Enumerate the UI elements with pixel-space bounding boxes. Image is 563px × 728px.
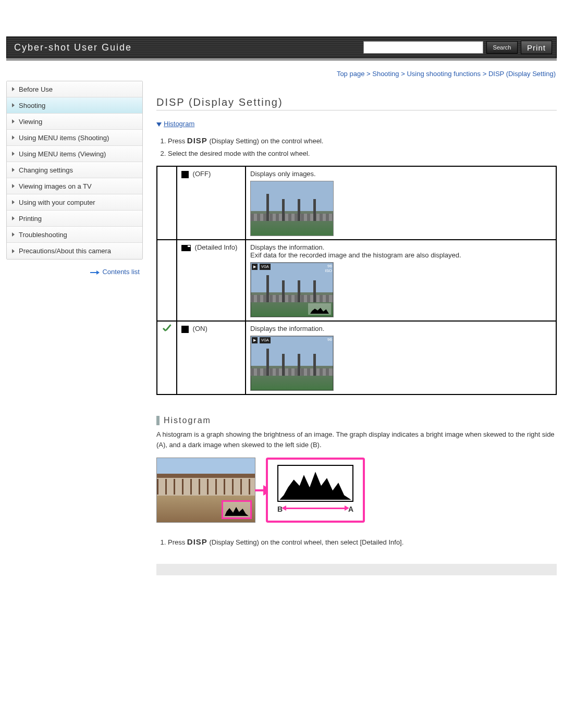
disp-icon: DISP <box>187 537 207 546</box>
mode-label: (ON) <box>191 325 207 332</box>
breadcrumb-link[interactable]: Using shooting functions <box>407 70 481 78</box>
sidebar-item-label: Using MENU items (Viewing) <box>19 150 106 158</box>
caret-icon <box>12 249 15 253</box>
cell-mode: (ON) <box>177 321 246 394</box>
histogram-body: A histogram is a graph showing the brigh… <box>156 429 557 450</box>
page-title: DISP (Display Setting) <box>156 96 557 110</box>
cell-check <box>157 321 177 394</box>
contents-list-link[interactable]: Contents list <box>102 268 140 276</box>
breadcrumb-link[interactable]: Shooting <box>372 70 399 78</box>
sidebar-item-label: Using MENU items (Shooting) <box>19 134 109 142</box>
arrow-icon <box>96 270 100 275</box>
sidebar-item-before-use[interactable]: Before Use <box>7 81 142 97</box>
table-row: (ON) Displays the information. ▶VGA 96 <box>157 321 556 394</box>
mode-label: (OFF) <box>191 170 211 178</box>
histogram-steps: Press DISP (Display Setting) on the cont… <box>156 536 557 548</box>
sidebar-item-label: Using with your computer <box>19 199 95 206</box>
contents-list: Contents list <box>6 268 140 276</box>
desc-line: Displays only images. <box>250 170 552 178</box>
header-divider <box>6 58 557 60</box>
sidebar-item-label: Printing <box>19 215 42 223</box>
anchor-link-histogram[interactable]: Histogram <box>156 120 194 128</box>
sample-image-detailed: ▶VGA 96ISO <box>250 262 334 317</box>
step-text: (Display Setting) on the control wheel, … <box>207 538 403 546</box>
sidebar-item-tv[interactable]: Viewing images on a TV <box>7 178 142 194</box>
step-text: (Display Setting) on the control wheel. <box>207 137 324 145</box>
sidebar-item-changing-settings[interactable]: Changing settings <box>7 162 142 178</box>
sidebar-item-menu-viewing[interactable]: Using MENU items (Viewing) <box>7 146 142 162</box>
header-bar: Cyber-shot User Guide Search Print <box>6 36 557 58</box>
histogram-mini-icon <box>222 500 252 519</box>
breadcrumb-sep: > <box>483 70 488 78</box>
breadcrumb-link[interactable]: DISP (Display Setting) <box>488 70 556 78</box>
search-button[interactable]: Search <box>486 41 518 54</box>
anchor-link-label: Histogram <box>164 120 194 128</box>
desc-line: Exif data for the recorded image and the… <box>250 251 552 259</box>
caret-icon <box>12 103 15 107</box>
sidebar-item-viewing[interactable]: Viewing <box>7 114 142 130</box>
breadcrumb-sep: > <box>401 70 407 78</box>
section-title-histogram: Histogram <box>156 416 557 425</box>
footer-bar <box>156 564 557 575</box>
mode-detailed-icon <box>181 245 191 251</box>
sidebar-item-precautions[interactable]: Precautions/About this camera <box>7 243 142 259</box>
sidebar-item-label: Viewing <box>19 118 42 126</box>
modes-table: (OFF) Displays only images. (Detailed In… <box>156 166 557 395</box>
caret-icon <box>12 135 15 140</box>
sidebar-nav: Before Use Shooting Viewing Using MENU i… <box>6 81 143 260</box>
step-text: Press <box>168 137 187 145</box>
cell-desc: Displays the information. ▶VGA 96 <box>246 321 556 394</box>
breadcrumb-sep: > <box>366 70 372 78</box>
mode-off-icon <box>181 171 189 178</box>
search-input[interactable] <box>363 41 483 54</box>
cell-check <box>157 166 177 240</box>
step-item: Press DISP (Display Setting) on the cont… <box>168 536 557 548</box>
sidebar-item-computer[interactable]: Using with your computer <box>7 194 142 211</box>
sidebar-item-shooting[interactable]: Shooting <box>7 97 142 114</box>
app-title: Cyber-shot User Guide <box>14 42 132 53</box>
sample-image-on: ▶VGA 96 <box>250 336 334 391</box>
histogram-callout: B A <box>266 458 365 523</box>
print-button[interactable]: Print <box>521 41 552 54</box>
mode-on-icon <box>181 326 189 333</box>
caret-icon <box>12 87 15 91</box>
sidebar-item-menu-shooting[interactable]: Using MENU items (Shooting) <box>7 130 142 146</box>
sidebar-item-label: Viewing images on a TV <box>19 182 92 190</box>
caret-icon <box>12 216 15 220</box>
sidebar-item-label: Shooting <box>19 102 45 109</box>
sidebar-item-label: Before Use <box>19 85 53 93</box>
caret-icon <box>12 232 15 237</box>
cell-mode: (OFF) <box>177 166 246 240</box>
sidebar-item-troubleshooting[interactable]: Troubleshooting <box>7 227 142 243</box>
axis-label-b: B <box>277 505 283 513</box>
table-row: (Detailed Info) Displays the information… <box>157 240 556 321</box>
cell-desc: Displays the information. Exif data for … <box>246 240 556 321</box>
sidebar-item-label: Troubleshooting <box>19 231 67 239</box>
desc-line: Displays the information. <box>250 325 552 332</box>
cell-check <box>157 240 177 321</box>
caret-icon <box>12 152 15 156</box>
histogram-scene-image <box>156 458 255 523</box>
caret-icon <box>12 119 15 124</box>
cell-mode: (Detailed Info) <box>177 240 246 321</box>
breadcrumb-link[interactable]: Top page <box>337 70 365 78</box>
caret-icon <box>12 168 15 172</box>
histogram-figure: B A <box>156 458 557 523</box>
sidebar-item-label: Changing settings <box>19 166 73 174</box>
triangle-down-icon <box>156 122 162 127</box>
table-row: (OFF) Displays only images. <box>157 166 556 240</box>
step-text: Press <box>168 538 187 546</box>
caret-icon <box>12 184 15 188</box>
step-item: Press DISP (Display Setting) on the cont… <box>168 135 557 147</box>
breadcrumb: Top page > Shooting > Using shooting fun… <box>7 70 556 78</box>
disp-icon: DISP <box>187 136 207 145</box>
step-text: Select the desired mode with the control… <box>168 150 310 157</box>
cell-desc: Displays only images. <box>246 166 556 240</box>
mode-label: (Detailed Info) <box>193 243 237 251</box>
check-icon <box>162 325 172 335</box>
caret-icon <box>12 200 15 204</box>
sidebar-item-printing[interactable]: Printing <box>7 211 142 227</box>
primary-steps: Press DISP (Display Setting) on the cont… <box>156 135 557 158</box>
desc-line: Displays the information. <box>250 243 552 251</box>
axis-label-a: A <box>348 505 353 513</box>
